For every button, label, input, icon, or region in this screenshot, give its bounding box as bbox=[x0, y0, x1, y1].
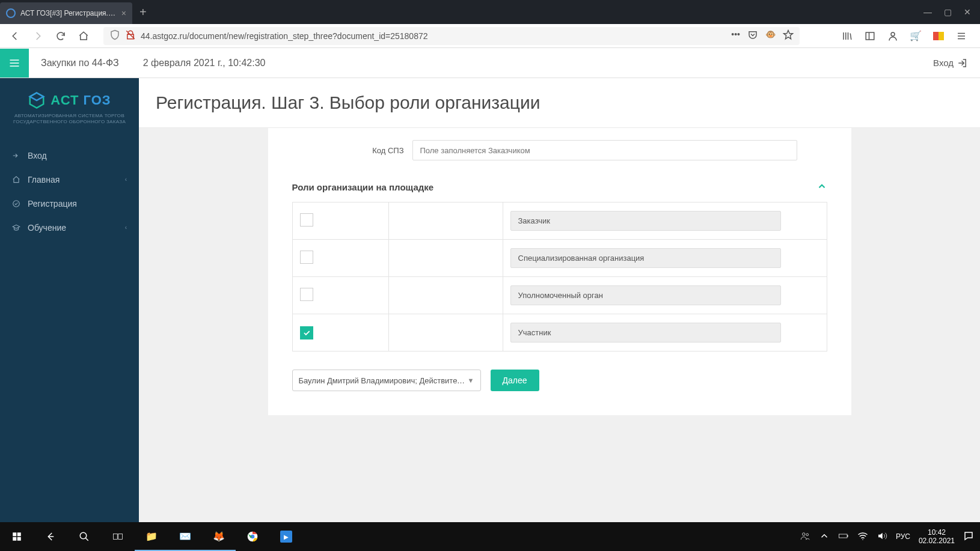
cart-icon[interactable]: 🛒 bbox=[909, 29, 922, 43]
lock-strike-icon[interactable] bbox=[125, 29, 136, 42]
role-row: Специализированная организация bbox=[292, 240, 827, 277]
url-text: 44.astgoz.ru/document/new/registration_s… bbox=[141, 31, 726, 41]
tab-title: АСТ ГОЗ[#3] Регистрация. Ш bbox=[20, 9, 117, 17]
role-label: Специализированная организация bbox=[510, 248, 781, 268]
browser-tab[interactable]: АСТ ГОЗ[#3] Регистрация. Ш × bbox=[0, 2, 132, 24]
svg-rect-12 bbox=[847, 535, 848, 537]
tab-close-icon[interactable]: × bbox=[121, 8, 126, 18]
svg-point-3 bbox=[13, 201, 20, 207]
menu-toggle-button[interactable] bbox=[0, 49, 29, 78]
role-checkbox-customer[interactable] bbox=[300, 213, 313, 227]
tab-favicon bbox=[6, 8, 16, 18]
nav-forward-button[interactable] bbox=[29, 27, 47, 45]
svg-rect-0 bbox=[866, 32, 874, 40]
start-button[interactable] bbox=[0, 522, 34, 551]
tray-people-icon[interactable] bbox=[800, 531, 810, 543]
flag-icon[interactable] bbox=[932, 29, 945, 43]
extension-icon[interactable]: 🐵 bbox=[765, 29, 776, 42]
graduation-cap-icon bbox=[12, 222, 20, 233]
header-section-label: Закупки по 44-ФЗ bbox=[41, 58, 119, 68]
nav-back-button[interactable] bbox=[6, 27, 24, 45]
nav-label: Вход bbox=[28, 151, 47, 160]
header-login-link[interactable]: Вход bbox=[933, 58, 968, 68]
chevron-left-icon: ‹ bbox=[125, 176, 127, 183]
chevron-down-icon: ▼ bbox=[468, 377, 474, 384]
taskbar-chrome[interactable] bbox=[236, 522, 269, 551]
logo-subtitle: АВТОМАТИЗИРОВАННАЯ СИСТЕМА ТОРГОВ ГОСУДА… bbox=[12, 113, 127, 126]
role-label: Уполномоченный орган bbox=[510, 285, 781, 305]
account-icon[interactable] bbox=[886, 29, 899, 43]
taskbar-taskview[interactable] bbox=[101, 522, 135, 551]
bookmark-star-icon[interactable] bbox=[783, 29, 794, 42]
system-tray: РУС 10:42 02.02.2021 bbox=[800, 528, 980, 546]
nav-reload-button[interactable] bbox=[52, 27, 70, 45]
nav-item-registration[interactable]: Регистрация bbox=[0, 192, 139, 216]
nav-item-home[interactable]: Главная ‹ bbox=[0, 168, 139, 192]
window-maximize-icon[interactable]: ▢ bbox=[944, 7, 952, 17]
chrome-icon bbox=[247, 531, 259, 543]
svg-point-9 bbox=[802, 532, 805, 535]
home-nav-icon bbox=[12, 174, 20, 185]
taskbar-firefox[interactable]: 🦊 bbox=[202, 522, 236, 551]
nav-home-button[interactable] bbox=[75, 27, 93, 45]
certificate-select[interactable]: Баулин Дмитрий Владимирович; Действителе… bbox=[292, 370, 481, 391]
arrow-left-icon bbox=[10, 31, 20, 41]
tray-chevron-up-icon[interactable] bbox=[819, 531, 830, 543]
taskview-icon bbox=[112, 531, 123, 542]
spz-label: Код СПЗ bbox=[292, 146, 412, 155]
sidebar-toggle-icon[interactable] bbox=[863, 29, 877, 43]
svg-rect-11 bbox=[839, 534, 847, 538]
taskbar-app[interactable]: ▶ bbox=[269, 522, 303, 551]
next-button[interactable]: Далее bbox=[491, 370, 539, 391]
tray-volume-icon[interactable] bbox=[877, 531, 887, 543]
login-nav-icon bbox=[12, 150, 20, 161]
nav-label: Главная bbox=[28, 175, 60, 184]
new-tab-button[interactable]: + bbox=[139, 5, 147, 19]
svg-rect-5 bbox=[114, 534, 118, 540]
search-icon bbox=[79, 531, 90, 542]
header-datetime: 2 февраля 2021 г., 10:42:30 bbox=[143, 58, 266, 68]
library-icon[interactable] bbox=[841, 29, 854, 43]
form-card: Код СПЗ Роли организации на площадке Зак… bbox=[268, 128, 851, 415]
roles-header-label: Роли организации на площадке bbox=[292, 182, 434, 192]
tray-battery-icon[interactable] bbox=[838, 531, 849, 543]
chevron-up-icon[interactable] bbox=[816, 181, 827, 193]
tray-date: 02.02.2021 bbox=[919, 537, 955, 545]
nav-item-training[interactable]: Обучение ‹ bbox=[0, 216, 139, 240]
window-close-icon[interactable]: ✕ bbox=[964, 7, 971, 17]
tray-language[interactable]: РУС bbox=[896, 532, 910, 541]
url-more-icon[interactable]: ••• bbox=[731, 29, 740, 42]
spz-input[interactable] bbox=[412, 140, 797, 160]
tray-clock[interactable]: 10:42 02.02.2021 bbox=[919, 528, 955, 546]
pocket-icon[interactable] bbox=[747, 29, 758, 42]
home-icon bbox=[78, 31, 89, 41]
tray-wifi-icon[interactable] bbox=[857, 531, 868, 543]
chevron-left-icon: ‹ bbox=[125, 224, 127, 231]
shield-icon[interactable] bbox=[109, 29, 120, 42]
tray-time: 10:42 bbox=[919, 528, 955, 537]
role-label: Участник bbox=[510, 323, 781, 342]
taskbar-mail[interactable]: ✉️ bbox=[168, 522, 202, 551]
certificate-selected-label: Баулин Дмитрий Владимирович; Действителе… bbox=[299, 376, 468, 385]
browser-tab-strip: АСТ ГОЗ[#3] Регистрация. Ш × + — ▢ ✕ bbox=[0, 0, 980, 24]
roles-table: Заказчик Специализированная организация … bbox=[292, 202, 827, 352]
main-content: Регистрация. Шаг 3. Выбор роли организац… bbox=[139, 78, 980, 522]
windows-taskbar: 📁 ✉️ 🦊 ▶ РУС 10:42 02.02.2021 bbox=[0, 522, 980, 551]
taskbar-explorer[interactable]: 📁 bbox=[135, 522, 168, 551]
role-checkbox-specialized[interactable] bbox=[300, 251, 313, 264]
logo-text-part1: АСТ bbox=[51, 93, 79, 108]
svg-rect-6 bbox=[118, 534, 123, 540]
role-checkbox-participant[interactable] bbox=[300, 326, 313, 339]
arrow-left-icon bbox=[45, 531, 56, 542]
taskbar-back[interactable] bbox=[34, 522, 67, 551]
role-checkbox-authorized[interactable] bbox=[300, 288, 313, 301]
nav-item-login[interactable]: Вход bbox=[0, 144, 139, 168]
browser-menu-icon[interactable] bbox=[955, 29, 968, 43]
roles-section-header[interactable]: Роли организации на площадке bbox=[292, 172, 827, 202]
url-bar[interactable]: 44.astgoz.ru/document/new/registration_s… bbox=[103, 27, 800, 45]
window-minimize-icon[interactable]: — bbox=[923, 7, 932, 17]
svg-point-10 bbox=[806, 533, 809, 535]
tray-notifications-icon[interactable] bbox=[963, 531, 974, 543]
taskbar-search[interactable] bbox=[67, 522, 101, 551]
nav-list: Вход Главная ‹ Регистрация Обучение ‹ bbox=[0, 144, 139, 240]
